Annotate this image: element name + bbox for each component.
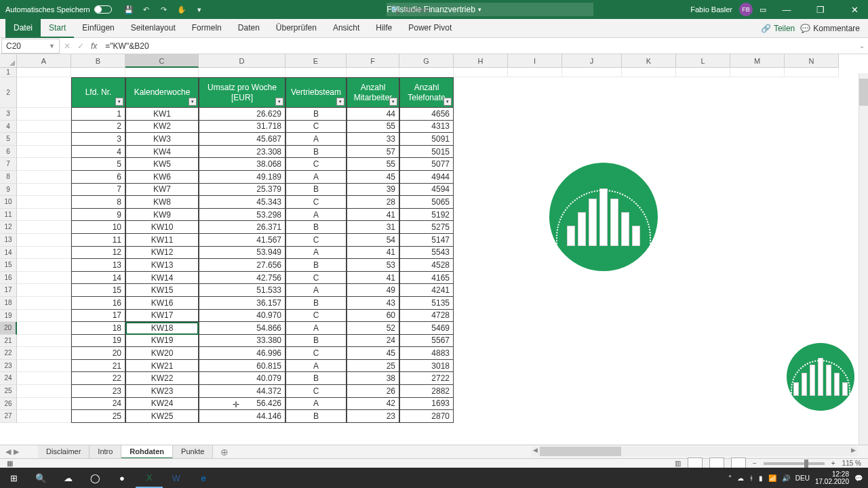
table-row[interactable]: 5KW538.068C555077: [17, 158, 839, 171]
table-cell[interactable]: 4313: [399, 121, 454, 134]
table-cell[interactable]: 54: [347, 234, 399, 247]
table-cell[interactable]: A: [285, 284, 347, 297]
chevron-down-icon[interactable]: ▼: [49, 43, 55, 49]
table-cell[interactable]: A: [285, 360, 347, 373]
table-cell[interactable]: 3: [71, 133, 125, 146]
edge-taskbar-icon[interactable]: e: [190, 468, 217, 488]
table-cell[interactable]: 5275: [399, 221, 454, 234]
sheet-tab-punkte[interactable]: Punkte: [173, 445, 213, 459]
autosave-toggle[interactable]: Automatisches Speichern: [0, 5, 117, 14]
table-cell[interactable]: 43: [347, 297, 399, 310]
table-cell[interactable]: 7: [71, 184, 125, 197]
zoom-in-button[interactable]: +: [831, 460, 835, 467]
row-header-22[interactable]: 22: [0, 347, 17, 360]
table-cell[interactable]: 12: [71, 247, 125, 260]
zoom-slider[interactable]: [764, 462, 825, 465]
col-header-F[interactable]: F: [347, 54, 399, 68]
display-settings-icon[interactable]: ▥: [675, 460, 681, 467]
table-cell[interactable]: 53.298: [199, 209, 285, 222]
comments-button[interactable]: 💬 Kommentare: [800, 24, 860, 33]
row-header-5[interactable]: 5: [0, 133, 17, 146]
table-cell[interactable]: 5469: [399, 322, 454, 335]
row-header-20[interactable]: 20: [0, 322, 17, 335]
tab-start[interactable]: Start: [41, 19, 74, 38]
table-cell[interactable]: 1693: [399, 398, 454, 411]
start-button[interactable]: ⊞: [0, 468, 27, 488]
table-cell[interactable]: A: [285, 398, 347, 411]
row-header-2[interactable]: 2: [0, 77, 17, 108]
table-cell[interactable]: 23: [347, 410, 399, 423]
table-cell[interactable]: A: [285, 209, 347, 222]
table-cell[interactable]: 25.379: [199, 184, 285, 197]
table-cell[interactable]: 31: [347, 221, 399, 234]
row-header-19[interactable]: 19: [0, 310, 17, 323]
row-header-17[interactable]: 17: [0, 284, 17, 297]
table-cell[interactable]: B: [285, 372, 347, 385]
sheet-tab-rohdaten[interactable]: Rohdaten: [121, 445, 173, 459]
table-cell[interactable]: 23.308: [199, 146, 285, 159]
tab-einfügen[interactable]: Einfügen: [74, 19, 122, 38]
table-cell[interactable]: 53.949: [199, 247, 285, 260]
table-cell[interactable]: 5065: [399, 196, 454, 209]
table-cell[interactable]: 45: [347, 171, 399, 184]
table-cell[interactable]: 38.068: [199, 158, 285, 171]
table-cell[interactable]: 21: [71, 360, 125, 373]
battery-icon[interactable]: ▮: [759, 474, 763, 482]
col-header-I[interactable]: I: [508, 54, 562, 68]
table-cell[interactable]: KW9: [125, 209, 199, 222]
tab-power pivot[interactable]: Power Pivot: [400, 19, 460, 38]
table-cell[interactable]: 41.567: [199, 234, 285, 247]
table-cell[interactable]: C: [285, 272, 347, 285]
table-row[interactable]: 22KW2240.079B382722: [17, 372, 839, 385]
col-header-J[interactable]: J: [562, 54, 622, 68]
sheet-tab-disclaimer[interactable]: Disclaimer: [38, 445, 90, 459]
table-cell[interactable]: 4656: [399, 108, 454, 121]
table-cell[interactable]: 1: [71, 108, 125, 121]
table-row[interactable]: 16KW1636.157B435135: [17, 297, 839, 310]
table-cell[interactable]: 9: [71, 209, 125, 222]
table-cell[interactable]: KW7: [125, 184, 199, 197]
table-cell[interactable]: 60: [347, 310, 399, 323]
row-header-15[interactable]: 15: [0, 259, 17, 272]
table-cell[interactable]: 13: [71, 259, 125, 272]
table-cell[interactable]: KW24: [125, 398, 199, 411]
name-box[interactable]: C20 ▼: [1, 39, 60, 54]
table-cell[interactable]: 55: [347, 158, 399, 171]
expand-formula-icon[interactable]: ⌄: [856, 42, 868, 49]
table-cell[interactable]: KW4: [125, 146, 199, 159]
search-input[interactable]: [404, 5, 589, 14]
table-cell[interactable]: 10: [71, 221, 125, 234]
table-cell[interactable]: KW6: [125, 171, 199, 184]
table-cell[interactable]: 4241: [399, 284, 454, 297]
table-cell[interactable]: 4883: [399, 347, 454, 360]
table-cell[interactable]: C: [285, 310, 347, 323]
table-cell[interactable]: 23: [71, 385, 125, 398]
table-cell[interactable]: KW20: [125, 347, 199, 360]
table-cell[interactable]: KW21: [125, 360, 199, 373]
table-cell[interactable]: 46.996: [199, 347, 285, 360]
table-cell[interactable]: B: [285, 146, 347, 159]
table-cell[interactable]: 5091: [399, 133, 454, 146]
table-cell[interactable]: 52: [347, 322, 399, 335]
table-cell[interactable]: 31.718: [199, 121, 285, 134]
table-cell[interactable]: KW16: [125, 297, 199, 310]
table-cell[interactable]: B: [285, 108, 347, 121]
table-cell[interactable]: C: [285, 158, 347, 171]
username[interactable]: Fabio Basler: [690, 5, 732, 14]
table-cell[interactable]: 22: [71, 372, 125, 385]
table-cell[interactable]: 42: [347, 398, 399, 411]
bluetooth-icon[interactable]: ᚼ: [749, 474, 753, 482]
tab-seitenlayout[interactable]: Seitenlayout: [123, 19, 184, 38]
table-cell[interactable]: 44.372: [199, 385, 285, 398]
table-cell[interactable]: 38: [347, 372, 399, 385]
table-cell[interactable]: 56.426: [199, 398, 285, 411]
close-button[interactable]: ✕: [841, 0, 868, 19]
table-cell[interactable]: 15: [71, 284, 125, 297]
spreadsheet-grid[interactable]: ABCDEFGHIJKLMN 1234567891011121314151617…: [0, 54, 868, 445]
row-header-11[interactable]: 11: [0, 209, 17, 222]
table-cell[interactable]: KW12: [125, 247, 199, 260]
table-cell[interactable]: KW18: [125, 322, 199, 335]
table-cell[interactable]: C: [285, 347, 347, 360]
table-cell[interactable]: 6: [71, 171, 125, 184]
share-button[interactable]: 🔗 Teilen: [761, 24, 795, 33]
